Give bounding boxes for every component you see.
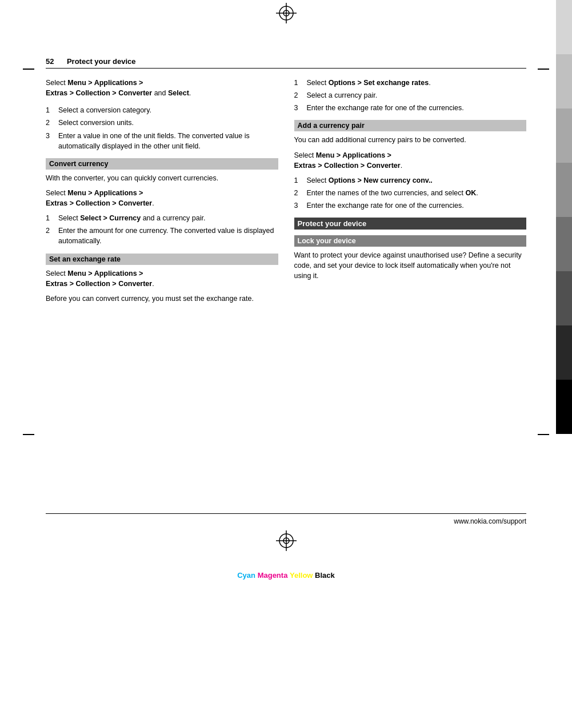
list-item: 2 Enter the names of the two currencies,…	[294, 188, 527, 198]
two-column-layout: Select Menu > Applications >Extras > Col…	[46, 78, 526, 308]
page-number: 52	[46, 57, 54, 66]
page-header: 52 Protect your device	[46, 57, 526, 69]
color-swatch-5	[556, 217, 572, 271]
footer-url: www.nokia.com/support	[454, 517, 526, 525]
color-swatch-7	[556, 325, 572, 380]
color-swatch-4	[556, 163, 572, 217]
right-column: 1 Select Options > Set exchange rates. 2…	[294, 78, 527, 308]
intro-paragraph: Select Menu > Applications >Extras > Col…	[46, 78, 278, 98]
list-item: 1 Select Select > Currency and a currenc…	[46, 213, 278, 223]
steps-list-1: 1 Select a conversion category. 2 Select…	[46, 105, 278, 151]
reg-mark-bottom-center	[276, 530, 297, 551]
steps-add-list: 1 Select Options > New currency conv.. 2…	[294, 175, 527, 211]
set-exchange-body: Before you can convert currency, you mus…	[46, 293, 278, 304]
list-item: 2 Select a currency pair.	[294, 90, 527, 100]
lock-device-header: Lock your device	[294, 235, 527, 247]
color-label-black: Black	[315, 571, 335, 580]
list-item: 3 Enter the exchange rate for one of the…	[294, 103, 527, 113]
convert-currency-select: Select Menu > Applications >Extras > Col…	[46, 188, 278, 208]
left-column: Select Menu > Applications >Extras > Col…	[46, 78, 278, 308]
color-swatch-2	[556, 54, 572, 108]
color-label-cyan: Cyan	[237, 571, 255, 580]
margin-mark-right-top	[538, 69, 549, 70]
color-swatch-6	[556, 271, 572, 325]
reg-mark-top-center	[276, 3, 297, 23]
list-item: 2 Enter the amount for one currency. The…	[46, 226, 278, 246]
list-item: 1 Select a conversion category.	[46, 105, 278, 115]
margin-mark-left-top	[23, 69, 34, 70]
protect-device-header: Protect your device	[294, 218, 527, 230]
add-currency-body: You can add additional currency pairs to…	[294, 135, 527, 145]
lock-device-body: Want to protect your device against unau…	[294, 250, 527, 281]
page-footer: www.nokia.com/support	[46, 513, 526, 525]
color-swatch-1	[556, 0, 572, 54]
list-item: 1 Select Options > Set exchange rates.	[294, 78, 527, 88]
steps-list-2: 1 Select Select > Currency and a currenc…	[46, 213, 278, 246]
convert-currency-header: Convert currency	[46, 158, 278, 170]
color-swatch-8	[556, 380, 572, 434]
set-exchange-select: Select Menu > Applications >Extras > Col…	[46, 268, 278, 289]
color-labels: Cyan Magenta Yellow Black	[237, 571, 335, 580]
page-title: Protect your device	[67, 57, 136, 66]
convert-currency-body: With the converter, you can quickly conv…	[46, 173, 278, 183]
color-label-magenta: Magenta	[258, 571, 288, 580]
page-container: 52 Protect your device Select Menu > App…	[0, 0, 572, 728]
list-item: 1 Select Options > New currency conv..	[294, 175, 527, 186]
page-header-spacer	[58, 57, 66, 66]
add-currency-header: Add a currency pair	[294, 120, 527, 131]
margin-mark-left-bottom	[23, 434, 34, 435]
set-exchange-header: Set an exchange rate	[46, 254, 278, 265]
add-currency-select: Select Menu > Applications >Extras > Col…	[294, 150, 527, 171]
steps-exchange-list: 1 Select Options > Set exchange rates. 2…	[294, 78, 527, 113]
list-item: 2 Select conversion units.	[46, 118, 278, 128]
color-swatch-3	[556, 108, 572, 163]
color-bar	[556, 0, 572, 434]
main-content: 52 Protect your device Select Menu > App…	[46, 57, 526, 528]
list-item: 3 Enter the exchange rate for one of the…	[294, 200, 527, 211]
list-item: 3 Enter a value in one of the unit field…	[46, 131, 278, 151]
margin-mark-right-bottom	[538, 434, 549, 435]
color-label-yellow: Yellow	[290, 571, 313, 580]
